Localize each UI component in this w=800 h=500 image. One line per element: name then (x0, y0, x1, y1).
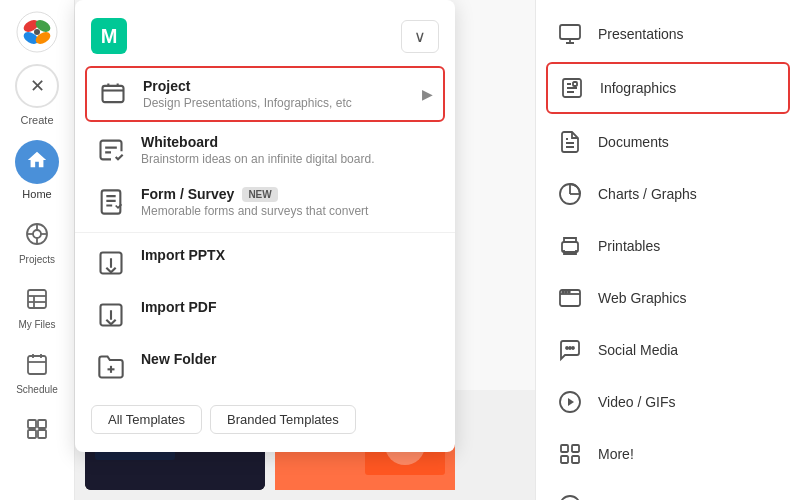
create-close-button[interactable]: ✕ (15, 64, 59, 108)
svg-rect-21 (38, 420, 46, 428)
project-title: Project (143, 78, 408, 94)
menu-item-whiteboard[interactable]: Whiteboard Brainstorm ideas on an infini… (75, 124, 455, 176)
svg-point-5 (34, 29, 40, 35)
svg-rect-20 (28, 420, 36, 428)
svg-rect-22 (28, 430, 36, 438)
svg-point-54 (569, 347, 571, 349)
svg-rect-59 (572, 445, 579, 452)
import-pptx-icon (95, 247, 127, 279)
whiteboard-text: Whiteboard Brainstorm ideas on an infini… (141, 134, 435, 166)
import-pptx-text: Import PPTX (141, 247, 435, 263)
workspace-icon[interactable]: M (91, 18, 127, 54)
home-label: Home (22, 188, 51, 200)
web-graphics-icon (556, 284, 584, 312)
more-label: More! (598, 446, 634, 462)
right-panel-item-more[interactable]: More! (536, 428, 800, 480)
form-survey-subtitle: Memorable forms and surveys that convert (141, 204, 435, 218)
printables-icon (556, 232, 584, 260)
my-files-icon (17, 279, 57, 319)
svg-rect-44 (560, 25, 580, 39)
svg-rect-12 (28, 290, 46, 308)
import-pdf-text: Import PDF (141, 299, 435, 315)
all-templates-tab[interactable]: All Templates (91, 405, 202, 434)
svg-point-7 (33, 230, 41, 238)
menu-item-project[interactable]: Project Design Presentations, Infographi… (85, 66, 445, 122)
sidebar-item-extra[interactable] (17, 409, 57, 449)
documents-icon (556, 128, 584, 156)
svg-marker-57 (568, 398, 574, 406)
sidebar: ✕ Create Home Projects (0, 0, 75, 500)
right-panel-item-social-media[interactable]: Social Media (536, 324, 800, 376)
svg-point-55 (572, 347, 574, 349)
right-panel-item-charts-graphs[interactable]: Charts / Graphs (536, 168, 800, 220)
right-panel-item-web-graphics[interactable]: Web Graphics (536, 272, 800, 324)
home-button[interactable] (15, 140, 59, 184)
video-gifs-label: Video / GIFs (598, 394, 676, 410)
whiteboard-icon (95, 134, 127, 166)
charts-graphs-icon (556, 180, 584, 208)
menu-item-form-survey[interactable]: Form / Survey NEW Memorable forms and su… (75, 176, 455, 228)
social-media-label: Social Media (598, 342, 678, 358)
whiteboard-subtitle: Brainstorm ideas on an infinite digital … (141, 152, 435, 166)
presentations-label: Presentations (598, 26, 684, 42)
create-dropdown-menu: M ∨ Project Design Presentations, Infogr… (75, 0, 455, 452)
menu-item-import-pptx[interactable]: Import PPTX (75, 237, 455, 289)
form-survey-title: Form / Survey NEW (141, 186, 435, 202)
right-panel-item-printables[interactable]: Printables (536, 220, 800, 272)
social-media-icon (556, 336, 584, 364)
form-survey-icon (95, 186, 127, 218)
divider-1 (75, 232, 455, 233)
svg-point-51 (565, 291, 567, 293)
sidebar-item-my-files[interactable]: My Files (17, 279, 57, 330)
svg-point-62 (560, 496, 580, 500)
right-panel-item-infographics[interactable]: Infographics (546, 62, 790, 114)
svg-rect-25 (102, 190, 121, 213)
schedule-icon (17, 344, 57, 384)
svg-point-50 (562, 291, 564, 293)
svg-point-53 (566, 347, 568, 349)
extra-icon (17, 409, 57, 449)
dropdown-header: M ∨ (75, 10, 455, 62)
my-files-label: My Files (18, 319, 55, 330)
svg-rect-60 (561, 456, 568, 463)
documents-label: Documents (598, 134, 669, 150)
svg-rect-61 (572, 456, 579, 463)
projects-label: Projects (19, 254, 55, 265)
new-folder-text: New Folder (141, 351, 435, 367)
import-pdf-icon (95, 299, 127, 331)
svg-rect-46 (573, 82, 577, 86)
import-pdf-title: Import PDF (141, 299, 435, 315)
project-arrow: ▶ (422, 86, 433, 102)
projects-icon (17, 214, 57, 254)
right-panel-item-video-gifs[interactable]: Video / GIFs (536, 376, 800, 428)
branded-templates-tab[interactable]: Branded Templates (210, 405, 356, 434)
new-folder-icon (95, 351, 127, 383)
sidebar-item-projects[interactable]: Projects (17, 214, 57, 265)
sidebar-item-schedule[interactable]: Schedule (16, 344, 58, 395)
whiteboard-title: Whiteboard (141, 134, 435, 150)
svg-rect-24 (103, 86, 124, 102)
presentations-icon (556, 20, 584, 48)
right-panel-item-documents[interactable]: Documents (536, 116, 800, 168)
import-pptx-title: Import PPTX (141, 247, 435, 263)
more-icon (556, 440, 584, 468)
svg-rect-16 (28, 356, 46, 374)
infographics-icon (558, 74, 586, 102)
video-gifs-icon (556, 388, 584, 416)
right-panel-item-presentations[interactable]: Presentations (536, 8, 800, 60)
form-survey-text: Form / Survey NEW Memorable forms and su… (141, 186, 435, 218)
web-graphics-label: Web Graphics (598, 290, 686, 306)
right-panel-item-custom-size[interactable]: Custom Size (536, 480, 800, 500)
workspace-dropdown[interactable]: ∨ (401, 20, 439, 53)
menu-item-new-folder[interactable]: New Folder (75, 341, 455, 393)
project-icon (97, 78, 129, 110)
menu-item-import-pdf[interactable]: Import PDF (75, 289, 455, 341)
main-content: M ∨ Project Design Presentations, Infogr… (75, 0, 800, 500)
infographics-label: Infographics (600, 80, 676, 96)
svg-rect-23 (38, 430, 46, 438)
printables-label: Printables (598, 238, 660, 254)
custom-size-icon (556, 492, 584, 500)
right-panel: Presentations Infographics Documents (535, 0, 800, 500)
new-folder-title: New Folder (141, 351, 435, 367)
app-logo (15, 10, 59, 54)
